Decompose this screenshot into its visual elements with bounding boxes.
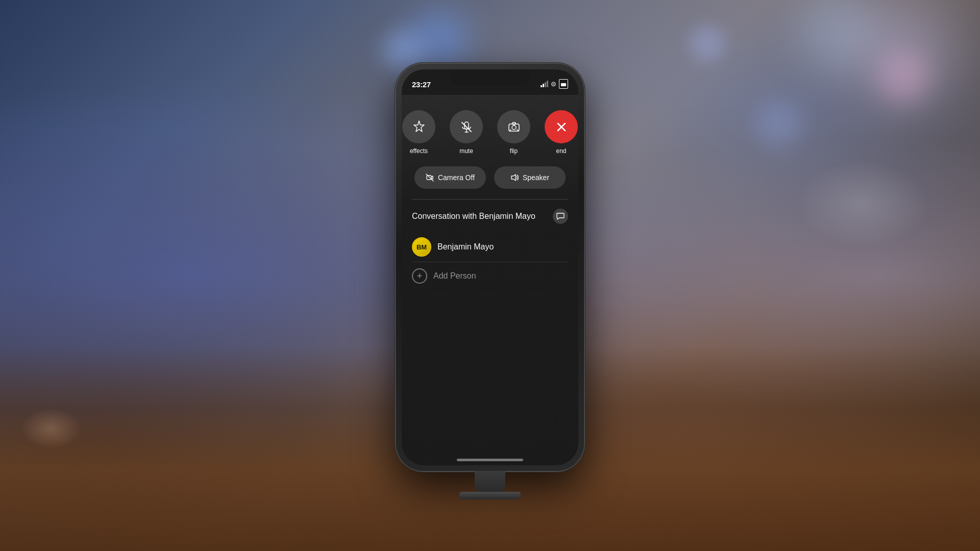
camera-off-label: Camera Off bbox=[438, 173, 475, 182]
speaker-label: Speaker bbox=[523, 173, 549, 182]
svg-line-10 bbox=[426, 174, 433, 181]
contact-name: Benjamin Mayo bbox=[437, 242, 494, 252]
signal-bars bbox=[541, 81, 548, 87]
flip-button[interactable]: flip bbox=[497, 110, 530, 155]
message-bubble-icon bbox=[556, 212, 565, 220]
bokeh-circle-5 bbox=[852, 0, 954, 102]
controls-row: effects mute bbox=[402, 95, 578, 162]
phone-stand bbox=[475, 471, 505, 492]
avatar-initials: BM bbox=[416, 243, 427, 251]
effects-icon bbox=[412, 120, 426, 134]
camera-off-icon bbox=[426, 173, 434, 182]
status-icons: ⊜ bbox=[541, 79, 568, 89]
camera-off-button[interactable]: Camera Off bbox=[414, 166, 486, 189]
svg-rect-6 bbox=[512, 122, 516, 124]
hand-hint bbox=[20, 408, 82, 449]
phone-device: 23:27 ⊜ bbox=[396, 63, 584, 471]
add-person-label: Add Person bbox=[433, 271, 476, 281]
shoe-hint bbox=[786, 153, 939, 255]
wifi-icon: ⊜ bbox=[551, 80, 556, 88]
speaker-button[interactable]: Speaker bbox=[494, 166, 566, 189]
call-ui: effects mute bbox=[402, 95, 578, 465]
mute-circle bbox=[450, 110, 483, 143]
contact-row: BM Benjamin Mayo bbox=[412, 232, 568, 262]
effects-label: effects bbox=[410, 147, 428, 155]
speaker-icon bbox=[510, 173, 519, 182]
plus-icon: + bbox=[417, 271, 423, 282]
end-button[interactable]: end bbox=[545, 110, 578, 155]
svg-marker-11 bbox=[511, 174, 516, 181]
end-icon bbox=[556, 121, 567, 133]
status-time: 23:27 bbox=[412, 80, 431, 89]
svg-point-5 bbox=[512, 126, 516, 130]
add-person-circle: + bbox=[412, 268, 427, 284]
notch bbox=[449, 69, 531, 86]
home-indicator bbox=[457, 459, 523, 461]
flip-icon bbox=[507, 120, 521, 134]
bokeh-circle-7 bbox=[689, 26, 725, 61]
effects-circle bbox=[402, 110, 435, 143]
battery-icon bbox=[559, 79, 568, 89]
end-circle bbox=[545, 110, 578, 143]
avatar: BM bbox=[412, 237, 431, 257]
bokeh-circle-6 bbox=[755, 102, 801, 148]
flip-label: flip bbox=[510, 147, 518, 155]
secondary-row: Camera Off Speaker bbox=[402, 162, 578, 199]
flip-circle bbox=[497, 110, 530, 143]
end-label: end bbox=[556, 147, 566, 155]
mute-icon bbox=[459, 120, 474, 134]
phone-body: 23:27 ⊜ bbox=[396, 63, 584, 471]
effects-button[interactable]: effects bbox=[402, 110, 435, 155]
phone-screen: 23:27 ⊜ bbox=[402, 69, 578, 465]
conversation-section: Conversation with Benjamin Mayo BM Benja… bbox=[402, 199, 578, 299]
mute-button[interactable]: mute bbox=[450, 110, 483, 155]
phone-base bbox=[459, 492, 521, 499]
add-person-row[interactable]: + Add Person bbox=[412, 262, 568, 290]
svg-rect-9 bbox=[427, 176, 431, 180]
mute-label: mute bbox=[459, 147, 473, 155]
conversation-header: Conversation with Benjamin Mayo bbox=[412, 209, 568, 224]
message-button[interactable] bbox=[553, 209, 568, 224]
conversation-title: Conversation with Benjamin Mayo bbox=[412, 212, 535, 221]
